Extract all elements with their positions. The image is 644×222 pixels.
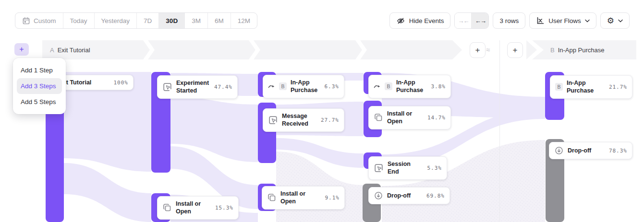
- node-percentage: 5.3%: [427, 165, 442, 171]
- date-custom[interactable]: Custom: [15, 13, 63, 28]
- arrows-inward-icon: →←: [458, 17, 468, 24]
- node-card-session-end[interactable]: Session End 5.3%: [368, 156, 447, 180]
- node-label: Experiment Started: [176, 79, 210, 95]
- width-toggle: →← ←→: [454, 12, 489, 29]
- menu-item-label: Add 3 Steps: [21, 82, 56, 90]
- event-icon: [374, 163, 384, 173]
- menu-item-add-3-steps[interactable]: Add 3 Steps: [17, 78, 62, 94]
- node-card-install-or-open-4[interactable]: Install or Open 14.7%: [368, 106, 451, 129]
- chevron-down-icon: [585, 19, 590, 23]
- node-label: Install or Open: [176, 200, 211, 216]
- flow-ribbon-dropoff: [382, 140, 545, 222]
- date-3m-label: 3M: [192, 17, 201, 24]
- node-card-experiment-started[interactable]: Experiment Started 47.4%: [157, 75, 238, 99]
- menu-item-add-1-step[interactable]: Add 1 Step: [17, 62, 62, 78]
- rows-button[interactable]: 3 rows: [493, 12, 525, 29]
- node-label: Session End: [388, 160, 424, 176]
- approx-separator: ≈: [486, 46, 490, 54]
- date-12m[interactable]: 12M: [231, 13, 257, 28]
- node-label: Message Received: [282, 112, 317, 128]
- add-step-menu: Add 1 Step Add 3 Steps Add 5 Steps: [13, 58, 66, 114]
- menu-item-label: Add 5 Steps: [21, 98, 56, 105]
- node-percentage: 27.7%: [321, 117, 339, 123]
- node-card-dropoff-b[interactable]: Drop-off 78.3%: [549, 142, 632, 159]
- copy-icon: [267, 193, 277, 202]
- node-card-dropoff-4[interactable]: Drop-off 69.8%: [368, 187, 450, 204]
- node-card-install-or-open-3[interactable]: Install or Open 9.1%: [262, 186, 345, 210]
- expand-columns-button[interactable]: ←→: [472, 13, 488, 28]
- step-header-a-label: A Exit Tutorial: [50, 47, 90, 54]
- add-step-end-button[interactable]: +: [470, 42, 486, 58]
- node-card-install-or-open-2[interactable]: Install or Open 15.3%: [157, 196, 239, 220]
- date-3m[interactable]: 3M: [185, 13, 208, 28]
- node-label: In-App Purchase: [291, 79, 321, 94]
- node-card-in-app-purchase-4[interactable]: B In-App Purchase 3.8%: [368, 75, 451, 98]
- view-selector-label: User Flows: [548, 17, 581, 24]
- copy-icon: [374, 113, 383, 122]
- date-30d[interactable]: 30D: [159, 13, 185, 28]
- flow-chart-icon: [536, 16, 545, 25]
- node-label: In-App Purchase: [567, 79, 605, 95]
- node-card-in-app-purchase-b[interactable]: B In-App Purchase 21.7%: [550, 75, 632, 99]
- plus-icon: +: [19, 45, 24, 54]
- node-percentage: 47.4%: [214, 84, 232, 90]
- date-today[interactable]: Today: [63, 13, 95, 28]
- date-30d-label: 30D: [166, 17, 178, 24]
- node-percentage: 78.3%: [609, 148, 627, 154]
- node-label: In-App Purchase: [396, 79, 427, 94]
- view-selector-button[interactable]: User Flows: [529, 12, 596, 29]
- node-percentage: 69.8%: [426, 193, 445, 199]
- toolbar-right: Hide Events →← ←→ 3 rows User Flows ⚙: [389, 12, 630, 29]
- arrows-outward-icon: ←→: [475, 17, 486, 24]
- menu-item-label: Add 1 Step: [21, 67, 53, 74]
- calendar-icon: [22, 17, 30, 25]
- node-card-message-received[interactable]: Message Received 27.7%: [263, 108, 344, 132]
- node-percentage: 9.1%: [325, 195, 340, 201]
- step-header-b: B In-App Purchase: [532, 40, 636, 59]
- event-icon: [162, 82, 172, 92]
- add-step-button-a[interactable]: +: [14, 43, 29, 56]
- add-step-before-b-button[interactable]: +: [507, 42, 523, 58]
- toolbar: Custom Today Yesterday 7D 30D 3M 6M 12M …: [15, 12, 630, 29]
- jump-arrow-icon: [268, 83, 275, 89]
- node-percentage: 15.3%: [215, 205, 233, 211]
- copy-icon: [162, 203, 172, 212]
- chevron-down-icon: [618, 19, 623, 23]
- node-label: Install or Open: [280, 190, 321, 206]
- date-yesterday-label: Yesterday: [101, 17, 130, 24]
- node-percentage: 14.7%: [427, 115, 446, 121]
- date-6m[interactable]: 6M: [208, 13, 231, 28]
- node-percentage: 21.7%: [609, 84, 627, 90]
- date-yesterday[interactable]: Yesterday: [95, 13, 137, 28]
- node-percentage: 6.3%: [325, 83, 340, 90]
- node-label: Drop-off: [387, 192, 423, 199]
- settings-button[interactable]: ⚙: [600, 12, 630, 29]
- date-6m-label: 6M: [215, 17, 224, 24]
- menu-item-add-5-steps[interactable]: Add 5 Steps: [17, 94, 62, 110]
- step-b-badge: B: [555, 83, 563, 91]
- step-header-b-label: B In-App Purchase: [550, 47, 605, 54]
- node-percentage: 3.8%: [431, 83, 446, 90]
- hide-events-button[interactable]: Hide Events: [389, 12, 451, 29]
- date-today-label: Today: [70, 17, 87, 24]
- node-label: Install or Open: [387, 110, 424, 126]
- node-label: Drop-off: [568, 147, 605, 154]
- plus-icon: +: [513, 46, 518, 55]
- step-b-badge: B: [279, 82, 287, 90]
- flows-divider: [499, 40, 500, 222]
- event-icon: [268, 115, 278, 125]
- node-card-in-app-purchase-3[interactable]: B In-App Purchase 6.3%: [263, 75, 344, 98]
- dropoff-icon: [374, 191, 383, 200]
- eye-slash-icon: [396, 16, 405, 25]
- step-b-badge: B: [385, 82, 392, 90]
- jump-arrow-icon: [374, 83, 381, 89]
- node-percentage: 100%: [114, 80, 129, 86]
- date-range-control: Custom Today Yesterday 7D 30D 3M 6M 12M: [15, 12, 257, 29]
- date-7d[interactable]: 7D: [137, 13, 159, 28]
- flow-ribbon: [64, 163, 151, 222]
- dropoff-icon: [554, 146, 564, 155]
- collapse-columns-button[interactable]: →←: [455, 13, 472, 28]
- step-a-badge: A: [50, 47, 54, 54]
- date-12m-label: 12M: [238, 17, 250, 24]
- plus-icon: +: [475, 46, 480, 55]
